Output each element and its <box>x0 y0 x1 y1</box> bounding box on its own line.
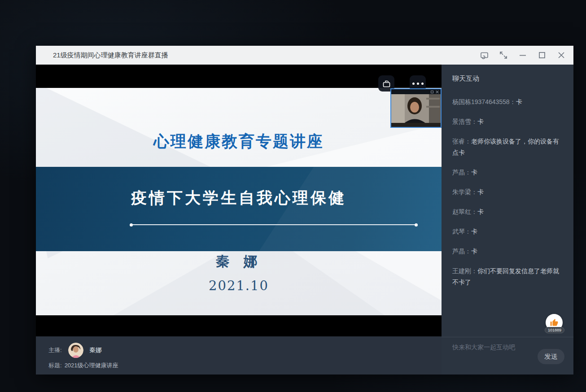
fullscreen-icon[interactable] <box>499 50 508 60</box>
slide-author: 秦 娜 <box>36 252 442 271</box>
chat-sidebar: 聊天互动 杨国栋19374643558：卡景浩雪：卡张睿：老师你该换设备了，你的… <box>442 65 573 375</box>
presentation-slide: 心理健康教育专题讲座 疫情下大学生自我心理保健 秦 娜 2021.10 <box>36 88 442 315</box>
thumbs-up-icon <box>550 318 559 327</box>
send-button[interactable]: 发送 <box>538 349 564 364</box>
chat-message: 武琴：卡 <box>452 226 563 237</box>
stream-title-value: 2021级心理健康讲座 <box>65 362 118 369</box>
slide-title: 心理健康教育专题讲座 <box>36 131 442 152</box>
close-icon[interactable] <box>556 50 566 60</box>
like-button[interactable]: 101889 <box>546 314 564 335</box>
chat-message: 景浩雪：卡 <box>452 116 563 127</box>
minimize-icon[interactable] <box>518 50 528 60</box>
webcam-maximize-icon[interactable] <box>431 91 433 93</box>
chat-message-text: 卡 <box>477 118 484 125</box>
chat-header: 聊天互动 <box>442 65 573 83</box>
chat-sender-name: 朱学梁： <box>452 188 477 196</box>
chat-input-area: 发送 <box>442 337 573 375</box>
slide-banner-text: 疫情下大学生自我心理保健 <box>36 167 442 209</box>
webcam-titlebar <box>391 89 441 94</box>
chat-message-text: 卡 <box>516 98 522 105</box>
stream-title-label: 标题: <box>48 362 62 369</box>
presenter-webcam-window[interactable] <box>390 88 442 128</box>
slide-banner-divider <box>131 224 416 225</box>
chat-input[interactable] <box>452 344 524 351</box>
window-title: 21级疫情期间心理健康教育讲座群直播 <box>53 51 168 60</box>
slide-date: 2021.10 <box>36 278 442 293</box>
like-count-badge: 101889 <box>545 327 564 333</box>
presenter-webcam-video <box>391 94 441 127</box>
window-titlebar: 21级疫情期间心理健康教育讲座群直播 <box>36 46 573 65</box>
popout-window-icon[interactable] <box>479 50 489 60</box>
video-column: 心理健康教育专题讲座 疫情下大学生自我心理保健 秦 娜 2021.10 <box>36 65 442 375</box>
maximize-icon[interactable] <box>537 50 547 60</box>
window-controls <box>479 50 566 60</box>
chat-sender-name: 赵翠红： <box>452 208 477 215</box>
chat-message-text: 卡 <box>471 169 477 176</box>
slide-banner: 疫情下大学生自我心理保健 <box>36 167 442 251</box>
chat-sender-name: 武琴： <box>452 228 471 235</box>
video-player[interactable]: 心理健康教育专题讲座 疫情下大学生自我心理保健 秦 娜 2021.10 <box>36 65 442 336</box>
chat-message: 赵翠红：卡 <box>452 206 563 218</box>
host-label: 主播: <box>48 346 62 354</box>
chat-message: 王建刚：你们不要回复发信息了老师就不卡了 <box>452 266 563 288</box>
host-info-bar: 主播: 秦娜 标题:2021级心理健康讲座 <box>36 336 442 375</box>
chat-message: 芦晶：卡 <box>452 246 563 257</box>
chat-message-text: 卡 <box>471 228 477 235</box>
chat-message: 朱学梁：卡 <box>452 187 563 198</box>
chat-sender-name: 王建刚： <box>452 267 477 274</box>
live-broadcast-window: 21级疫情期间心理健康教育讲座群直播 <box>36 46 573 375</box>
chat-message-text: 卡 <box>477 208 484 215</box>
chat-message-list[interactable]: 杨国栋19374643558：卡景浩雪：卡张睿：老师你该换设备了，你的设备有点卡… <box>442 83 573 337</box>
chat-sender-name: 芦晶： <box>452 169 471 176</box>
chat-message: 张睿：老师你该换设备了，你的设备有点卡 <box>452 136 563 158</box>
chat-sender-name: 景浩雪： <box>452 118 477 125</box>
chat-sender-name: 张睿： <box>452 138 471 145</box>
chat-message: 芦晶：卡 <box>452 167 563 178</box>
host-name: 秦娜 <box>89 346 102 354</box>
host-avatar[interactable] <box>68 343 83 358</box>
chat-message-text: 卡 <box>477 188 484 196</box>
chat-message: 杨国栋19374643558：卡 <box>452 96 563 108</box>
webcam-close-icon[interactable] <box>436 90 439 93</box>
chat-sender-name: 杨国栋19374643558： <box>452 98 516 105</box>
video-letterbox <box>36 315 442 336</box>
ellipsis-icon <box>412 83 424 85</box>
chat-sender-name: 芦晶： <box>452 248 471 255</box>
chat-message-text: 卡 <box>471 248 477 255</box>
